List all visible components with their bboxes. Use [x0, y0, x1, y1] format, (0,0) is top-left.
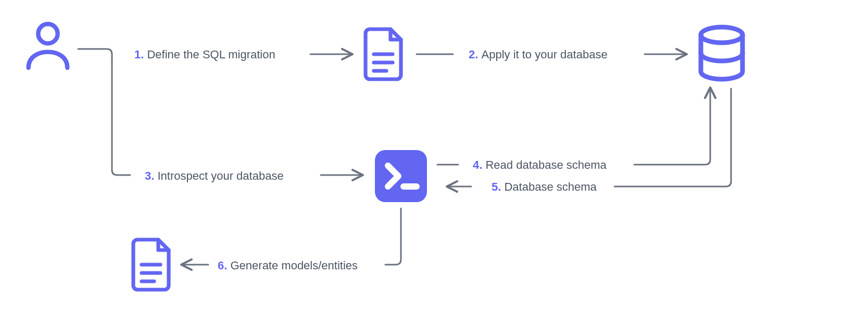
step-text: Database schema — [504, 180, 596, 193]
step-number: 6. — [218, 259, 227, 272]
database-icon — [690, 22, 753, 86]
step-6-label: 6. Generate models/entities — [218, 259, 358, 272]
connector-step6 — [182, 208, 401, 265]
workflow-diagram: 1. Define the SQL migration 2. Apply it … — [0, 0, 868, 323]
step-text: Define the SQL migration — [147, 48, 275, 61]
step-2-label: 2. Apply it to your database — [469, 48, 608, 61]
step-text: Generate models/entities — [230, 259, 358, 272]
step-number: 4. — [473, 158, 482, 171]
step-text: Introspect your database — [157, 169, 283, 182]
file-icon — [358, 25, 410, 85]
svg-point-0 — [38, 24, 57, 43]
connector-step4 — [437, 89, 710, 165]
step-number: 3. — [145, 169, 154, 182]
user-icon — [19, 17, 77, 77]
step-number: 1. — [134, 48, 144, 61]
file-icon — [126, 235, 178, 296]
step-4-label: 4. Read database schema — [473, 158, 607, 172]
connector-step3 — [112, 60, 362, 175]
svg-point-4 — [701, 27, 743, 43]
step-5-label: 5. Database schema — [492, 180, 597, 194]
step-number: 5. — [492, 180, 501, 193]
step-1-label: 1. Define the SQL migration — [134, 48, 275, 61]
terminal-icon — [370, 145, 432, 209]
step-number: 2. — [469, 48, 478, 61]
step-text: Apply it to your database — [481, 48, 607, 61]
step-text: Read database schema — [485, 158, 606, 171]
step-3-label: 3. Introspect your database — [145, 169, 284, 183]
